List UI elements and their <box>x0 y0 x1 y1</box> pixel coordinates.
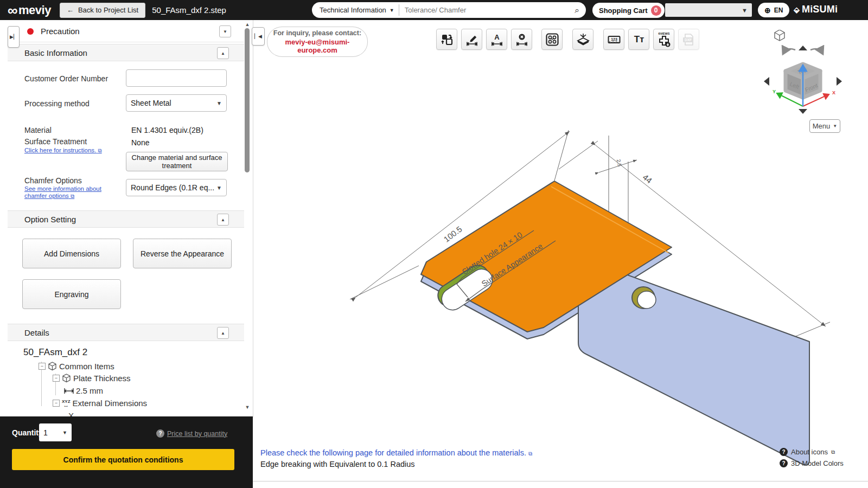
chamfer-info-link-line1[interactable]: See more information about <box>24 185 101 192</box>
rotate-left-step-arrow[interactable] <box>764 77 769 86</box>
height-dimension: 44 <box>641 172 654 185</box>
details-header[interactable]: Details ▲ <box>8 324 244 341</box>
option-setting-title: Option Setting <box>24 215 76 224</box>
top-bar: ∞meviy ←Back to Project List 50_FAsm_dxf… <box>0 0 868 20</box>
quantity-select[interactable]: 1▼ <box>39 423 72 441</box>
round-hole <box>637 291 656 309</box>
view-cube-widget[interactable]: Top Left Front Y X <box>760 30 852 119</box>
basic-information-collapse-button[interactable]: ▲ <box>217 47 229 59</box>
left-panel-collapse-handle[interactable]: ▏◀ <box>252 27 265 46</box>
processing-method-select[interactable]: Sheet Metal▼ <box>126 94 227 112</box>
precaution-panel-handle[interactable]: ▶▏ <box>8 26 20 48</box>
rotate-right-step-arrow[interactable] <box>837 77 842 86</box>
tree-collapse-icon[interactable]: − <box>53 400 60 407</box>
details-collapse-button[interactable]: ▲ <box>217 327 229 339</box>
language-label: EN <box>774 7 783 14</box>
precaution-row: Precaution ▼ <box>8 22 244 42</box>
rotate-right-arrow[interactable] <box>810 49 822 53</box>
chevron-down-icon: ▼ <box>833 124 837 129</box>
details-title: Details <box>24 328 49 337</box>
processing-method-value: Sheet Metal <box>131 99 171 107</box>
tree-collapse-icon[interactable]: − <box>53 375 60 382</box>
engraving-button[interactable]: Engraving <box>22 279 121 309</box>
left-panel: Precaution ▼ Basic Information ▲ Custome… <box>8 20 253 418</box>
edit-dimension-icon <box>465 33 478 46</box>
chamfer-options-label: Chamfer Options <box>24 176 82 185</box>
back-arrow-icon: ← <box>67 6 74 14</box>
chevron-down-icon: ▼ <box>216 185 222 191</box>
model-viewport[interactable]: 100.5 44 2.5 Slotted hole 24 × 10 Surfac… <box>255 108 868 483</box>
surface-treatment-value: None <box>131 138 149 147</box>
option-setting-header[interactable]: Option Setting ▲ <box>8 210 244 228</box>
six-views-download-button[interactable]: 6VIEWS <box>653 29 674 50</box>
instructions-link[interactable]: Click here for instructions. ⧉ <box>24 147 102 154</box>
processing-method-label: Processing method <box>24 99 90 108</box>
bottom-divider <box>253 481 868 481</box>
chamfer-options-value: Round Edges (0.1R eq... <box>131 183 214 192</box>
confirm-quotation-button[interactable]: Confirm the quotation conditions <box>12 449 234 470</box>
order-number-input[interactable] <box>126 69 227 87</box>
chamfer-info-link-line2[interactable]: chamfer options ⧉ <box>24 192 74 200</box>
scroll-up-arrow[interactable]: ▲ <box>244 22 251 27</box>
tree-item-common-items[interactable]: − Common Items <box>39 362 114 371</box>
external-link-icon: ⧉ <box>831 449 835 455</box>
option-setting-collapse-button[interactable]: ▲ <box>217 214 229 226</box>
dxf-icon: DXF <box>681 33 697 47</box>
engraving-tool-button[interactable] <box>572 29 593 50</box>
text-dimension-button[interactable]: A <box>486 29 507 50</box>
rotate-left-arrow[interactable] <box>783 49 795 53</box>
rotate-down-arrow[interactable] <box>799 109 807 114</box>
change-material-button[interactable]: Change material and surface treatment <box>126 152 228 171</box>
meviy-logo-text: meviy <box>18 3 51 17</box>
shopping-cart-button[interactable]: Shopping Cart0 <box>592 3 665 18</box>
chevron-down-icon: ▼ <box>742 7 748 14</box>
language-button[interactable]: ⊕EN <box>758 3 789 17</box>
tree-item-plate-thickness[interactable]: − Plate Thickness <box>53 374 131 383</box>
chamfer-options-select[interactable]: Round Edges (0.1R eq...▼ <box>126 179 227 196</box>
isometric-view-icon[interactable] <box>775 30 784 41</box>
materials-info-link[interactable]: Please check the following page for deta… <box>260 448 532 457</box>
text-tool-button[interactable]: Tт <box>628 29 649 50</box>
x-axis-label: X <box>832 90 835 95</box>
header-select[interactable]: ▼ <box>665 3 752 17</box>
precaution-red-dot-icon <box>27 28 34 35</box>
precaution-expand-button[interactable]: ▼ <box>219 25 231 37</box>
six-views-icon: 6VIEWS <box>656 31 672 48</box>
edit-dimension-button[interactable] <box>461 29 482 50</box>
basic-information-header[interactable]: Basic Information ▲ <box>8 44 244 61</box>
question-icon: ? <box>780 459 788 467</box>
dimension-icon <box>64 388 74 394</box>
tree-item-external-dimensions[interactable]: − XYZ↔ External Dimensions <box>53 399 147 408</box>
model-colors-link[interactable]: ?3D Model Colors <box>780 459 844 467</box>
meviy-logo[interactable]: ∞meviy <box>8 3 51 17</box>
price-list-link[interactable]: ?Price list by quantity <box>156 429 227 438</box>
replace-model-button[interactable] <box>436 29 457 50</box>
tree-item-thickness-value[interactable]: 2.5 mm <box>64 386 103 395</box>
about-icons-link[interactable]: ?About icons⧉ <box>780 448 835 456</box>
ruler-icon: 123 <box>607 33 621 47</box>
contact-email[interactable]: meviy-eu@misumi-europe.com <box>267 38 367 54</box>
contact-line1: For inquiry, please contact: <box>273 29 361 37</box>
bracket-part[interactable] <box>421 181 809 465</box>
tree-collapse-icon[interactable]: − <box>39 363 46 370</box>
chevron-down-icon: ▼ <box>390 8 394 13</box>
delete-dimension-button[interactable] <box>511 29 532 50</box>
view-menu-button[interactable]: Menu▼ <box>809 119 840 133</box>
hole-information-button[interactable] <box>541 29 563 50</box>
search-category-dropdown[interactable]: Technical Information▼ <box>312 6 399 14</box>
measure-button[interactable]: 123 <box>603 29 624 50</box>
cube-icon <box>48 362 57 371</box>
misumi-cube-icon: ⬙ <box>794 5 800 14</box>
menu-label: Menu <box>813 122 831 130</box>
details-tree-root[interactable]: 50_FAsm_dxf 2 <box>23 347 87 358</box>
scroll-down-arrow[interactable]: ▼ <box>244 404 251 410</box>
search-icon[interactable]: ⌕ <box>575 5 579 15</box>
add-dimensions-button[interactable]: Add Dimensions <box>22 239 121 268</box>
search-category-label: Technical Information <box>320 6 386 14</box>
back-to-project-list-button[interactable]: ←Back to Project List <box>60 3 145 18</box>
rotate-up-arrow[interactable] <box>799 46 807 50</box>
file-title: 50_FAsm_dxf 2.step <box>152 5 226 15</box>
search-input[interactable] <box>399 6 575 14</box>
left-panel-scrollbar[interactable] <box>245 28 250 172</box>
reverse-appearance-button[interactable]: Reverse the Appearance <box>133 239 232 268</box>
